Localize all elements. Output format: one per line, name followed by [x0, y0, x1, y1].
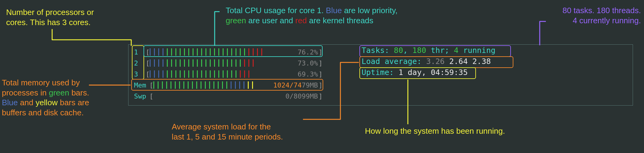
annot-mem: Total memory used by processes in green …	[2, 78, 89, 118]
annot-tasks: 80 tasks. 180 threads. 4 currently runni…	[549, 6, 641, 25]
mem-meter: Mem[ 1024/7479MB]	[134, 80, 323, 91]
annot-load: Average system load for the last 1, 5 an…	[172, 122, 283, 142]
annot-uptime: How long the system has been running.	[365, 126, 505, 136]
swap-meter: Swp[ 0/8099MB]	[134, 91, 323, 102]
cpu-meter-3: 3[69.3%]	[134, 69, 323, 80]
htop-header-panel: 1[76.2%]2[73.0%]3[69.3%] Mem[ 1024/7479M…	[128, 44, 633, 106]
uptime-line: Uptime: 1 day, 04:59:35	[362, 68, 496, 79]
annot-cpu: Total CPU usage for core 1. Blue are low…	[226, 6, 397, 25]
summary-column: Tasks: 80, 180 thr; 4 running Load avera…	[362, 46, 496, 79]
load-line: Load average: 3.26 2.64 2.38	[362, 57, 496, 68]
cpu-meters: 1[76.2%]2[73.0%]3[69.3%]	[134, 47, 323, 80]
annot-cores: Number of processors or cores. This has …	[6, 7, 94, 27]
tasks-line: Tasks: 80, 180 thr; 4 running	[362, 46, 496, 57]
cpu-meter-2: 2[73.0%]	[134, 58, 323, 69]
cpu-meter-1: 1[76.2%]	[134, 47, 323, 58]
